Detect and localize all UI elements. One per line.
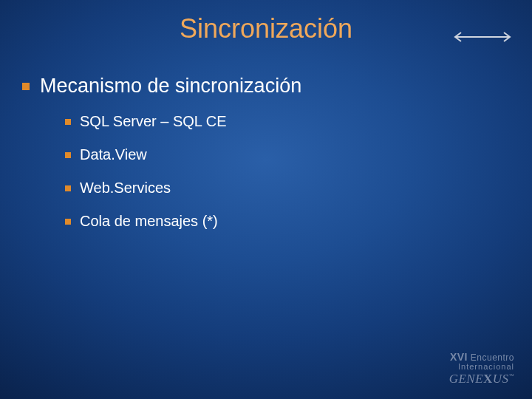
sub-list: SQL Server – SQL CE Data.View Web.Servic… — [65, 112, 510, 231]
slide: Sincronización Mecanismo de sincronizaci… — [0, 0, 532, 399]
logo-brand-ene: ENE — [458, 372, 483, 386]
content-area: Mecanismo de sincronización SQL Server –… — [22, 74, 510, 245]
logo-tm: ™ — [509, 374, 514, 380]
logo-brand: GENEXUS™ — [449, 372, 514, 386]
bullet-level2-text: Web.Services — [80, 179, 171, 197]
bullet-level2: Data.View — [65, 146, 510, 164]
logo-brand-x: X — [483, 372, 493, 386]
bullet-level1: Mecanismo de sincronización — [22, 74, 510, 99]
logo-line1: XVI Encuentro — [449, 352, 514, 363]
bullet-level2: Cola de mensajes (*) — [65, 212, 510, 231]
bullet-level2-text: Cola de mensajes (*) — [80, 212, 218, 231]
bullet-square-icon — [22, 83, 30, 90]
double-arrow-icon — [451, 31, 514, 46]
logo-brand-us: US — [493, 372, 509, 386]
logo-brand-g: G — [449, 372, 459, 386]
logo-line2: Internacional — [449, 363, 514, 372]
footer-logo: XVI Encuentro Internacional GENEXUS™ — [449, 352, 514, 386]
bullet-level2: Web.Services — [65, 179, 510, 197]
bullet-level2-text: Data.View — [80, 146, 147, 164]
bullet-square-icon — [65, 185, 71, 191]
bullet-square-icon — [65, 119, 71, 125]
bullet-square-icon — [65, 152, 71, 158]
bullet-level2: SQL Server – SQL CE — [65, 112, 510, 131]
bullet-level2-text: SQL Server – SQL CE — [80, 112, 227, 131]
logo-xvi: XVI — [450, 351, 468, 363]
bullet-level1-text: Mecanismo de sincronización — [40, 74, 301, 99]
logo-encuentro: Encuentro — [468, 352, 514, 363]
bullet-square-icon — [65, 219, 71, 225]
